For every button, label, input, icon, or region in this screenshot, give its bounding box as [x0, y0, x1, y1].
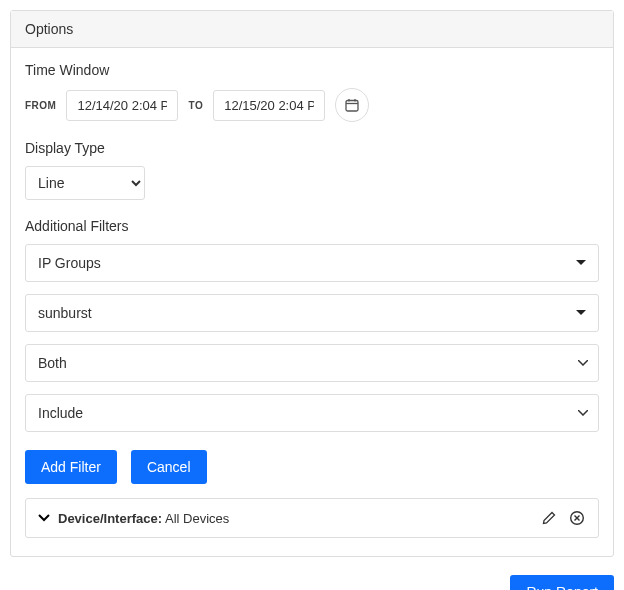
cancel-button[interactable]: Cancel	[131, 450, 207, 484]
device-interface-value: All Devices	[165, 511, 229, 526]
footer-row: Run Report	[0, 557, 624, 590]
calendar-button[interactable]	[335, 88, 369, 122]
panel-title: Options	[11, 11, 613, 48]
pencil-icon	[541, 510, 557, 526]
svg-rect-0	[346, 101, 358, 112]
additional-filters-label: Additional Filters	[25, 218, 599, 234]
filter-buttons-row: Add Filter Cancel	[25, 450, 599, 484]
from-date-input[interactable]	[66, 90, 178, 121]
device-interface-left: Device/Interface: All Devices	[38, 511, 229, 526]
time-window-row: FROM TO	[25, 88, 599, 122]
from-label: FROM	[25, 100, 56, 111]
calendar-icon	[344, 97, 360, 113]
caret-down-icon	[576, 260, 586, 266]
device-interface-actions	[540, 509, 586, 527]
filter-ip-groups-value: IP Groups	[38, 255, 101, 271]
device-interface-row[interactable]: Device/Interface: All Devices	[25, 498, 599, 538]
close-circle-icon	[569, 510, 585, 526]
filter-sunburst-value: sunburst	[38, 305, 92, 321]
to-date-input[interactable]	[213, 90, 325, 121]
time-window-label: Time Window	[25, 62, 599, 78]
run-report-button[interactable]: Run Report	[510, 575, 614, 590]
options-panel: Options Time Window FROM TO Display Type	[10, 10, 614, 557]
chevron-down-icon	[38, 514, 50, 522]
filter-sunburst-dropdown[interactable]: sunburst	[25, 294, 599, 332]
filter-direction-select[interactable]: Both	[25, 344, 599, 382]
remove-button[interactable]	[568, 509, 586, 527]
edit-button[interactable]	[540, 509, 558, 527]
panel-body: Time Window FROM TO Display Type Line	[11, 48, 613, 556]
filter-include-select[interactable]: Include	[25, 394, 599, 432]
display-type-label: Display Type	[25, 140, 599, 156]
caret-down-icon	[576, 310, 586, 316]
to-label: TO	[188, 100, 203, 111]
filter-ip-groups-dropdown[interactable]: IP Groups	[25, 244, 599, 282]
display-type-select[interactable]: Line	[25, 166, 145, 200]
device-interface-label: Device/Interface:	[58, 511, 162, 526]
add-filter-button[interactable]: Add Filter	[25, 450, 117, 484]
